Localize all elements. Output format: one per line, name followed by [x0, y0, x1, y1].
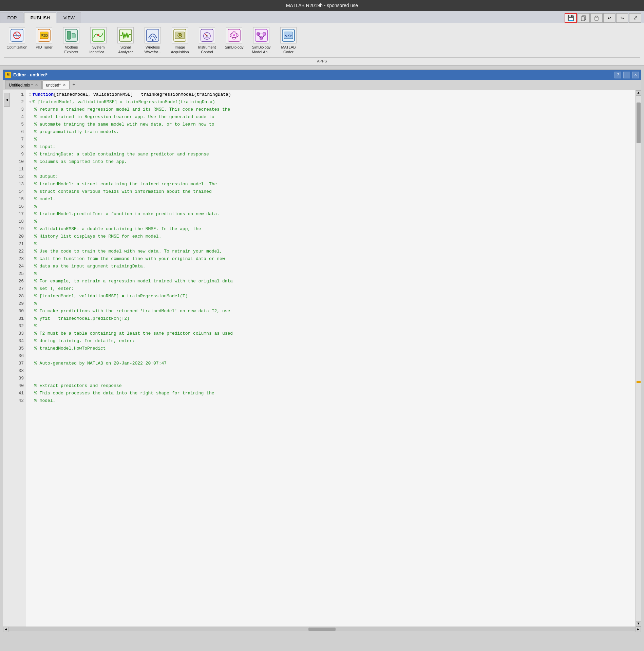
code-line-27[interactable]: % set T, enter: — [29, 285, 636, 293]
code-line-34[interactable]: % during training. For details, enter: — [29, 337, 636, 345]
scroll-right[interactable]: ▶ — [636, 627, 641, 632]
tab-view[interactable]: VIEW — [57, 13, 81, 23]
help-button[interactable]: ? — [614, 72, 621, 78]
app-wireless[interactable]: Wireless Wavefor... — [140, 26, 166, 56]
code-line-42[interactable]: % model. — [29, 397, 636, 405]
app-pid-tuner[interactable]: PID PID Tuner — [31, 26, 57, 51]
scroll-down[interactable]: ▼ — [636, 621, 641, 627]
code-line-29[interactable]: % — [29, 300, 636, 308]
code-line-11[interactable]: % — [29, 166, 636, 173]
code-line-41[interactable]: % This code processes the data into the … — [29, 390, 636, 397]
code-line-37[interactable]: % Auto-generated by MATLAB on 20-Jan-202… — [29, 360, 636, 367]
app-matlab-coder[interactable]: </> MATLAB Coder — [276, 26, 301, 56]
code-line-28[interactable]: % [trainedModel, validationRMSE] = train… — [29, 293, 636, 300]
sysid-icon — [90, 27, 107, 43]
editor-title: Editor - untitled* — [13, 72, 48, 77]
app-signal-analyzer[interactable]: Signal Analyzer — [113, 26, 138, 56]
matlabcoder-label: MATLAB Coder — [276, 45, 301, 55]
svg-rect-13 — [72, 33, 75, 38]
code-line-12[interactable]: % Output: — [29, 173, 636, 181]
code-line-18[interactable]: % — [29, 218, 636, 225]
line-number-20: 20 — [11, 233, 26, 240]
wireless-icon — [145, 27, 161, 43]
code-line-2[interactable]: ⊟% [trainedModel, validationRMSE] = trai… — [29, 98, 636, 106]
app-simbiology-model[interactable]: SimBiology Model An... — [248, 26, 274, 56]
app-system-id[interactable]: System Identifica... — [86, 26, 111, 56]
title-text: MATLAB R2019b - sponsored use — [286, 3, 358, 8]
svg-point-16 — [97, 34, 99, 36]
code-line-5[interactable]: % automate training the same model with … — [29, 121, 636, 128]
collapse-button[interactable]: ◀ — [4, 93, 10, 107]
code-line-16[interactable]: % — [29, 203, 636, 210]
tab-untitled-mlx[interactable]: Untitled.mlx * ✕ — [5, 80, 42, 89]
save-button[interactable]: 💾 — [565, 13, 577, 23]
code-line-14[interactable]: % struct contains various fields with in… — [29, 188, 636, 196]
tab-itor[interactable]: ITOR — [0, 13, 23, 23]
code-line-6[interactable]: % programmatically train models. — [29, 128, 636, 136]
code-line-39[interactable] — [29, 375, 636, 382]
code-content[interactable]: □function [trainedModel, validationRMSE]… — [26, 90, 636, 627]
code-line-40[interactable]: % Extract predictors and response — [29, 382, 636, 390]
code-line-24[interactable]: % data as the input argument trainingDat… — [29, 263, 636, 270]
line-number-29: 29 — [11, 300, 26, 308]
code-line-25[interactable]: % — [29, 270, 636, 278]
imgacq-icon — [172, 27, 188, 43]
hscroll-track[interactable] — [8, 627, 636, 631]
code-line-30[interactable]: % To make predictions with the returned … — [29, 308, 636, 315]
code-line-26[interactable]: % For example, to retrain a regression m… — [29, 278, 636, 285]
code-line-7[interactable]: % — [29, 136, 636, 143]
minimize-button[interactable]: — — [623, 72, 630, 78]
app-modbus[interactable]: Modbus Explorer — [58, 26, 84, 56]
horizontal-scrollbar[interactable]: ◀ ▶ — [3, 627, 641, 632]
code-line-9[interactable]: % trainingData: a table containing the s… — [29, 151, 636, 158]
code-line-36[interactable] — [29, 352, 636, 360]
undo-button[interactable]: ↩ — [603, 13, 615, 23]
hscroll-thumb[interactable] — [308, 628, 336, 631]
code-line-21[interactable]: % — [29, 240, 636, 248]
code-line-23[interactable]: % call the function from the command lin… — [29, 255, 636, 263]
scroll-thumb[interactable] — [637, 103, 641, 143]
tab-untitled[interactable]: untitled* ✕ — [42, 80, 70, 89]
code-line-10[interactable]: % columns as imported into the app. — [29, 158, 636, 166]
code-line-38[interactable] — [29, 367, 636, 375]
code-line-8[interactable]: % Input: — [29, 143, 636, 151]
scroll-up[interactable]: ▲ — [636, 90, 641, 96]
tab-mlx-close[interactable]: ✕ — [35, 83, 38, 87]
code-line-32[interactable]: % — [29, 322, 636, 330]
line-number-33: 33 — [11, 330, 26, 337]
app-instrument[interactable]: Instrument Control — [194, 26, 220, 56]
paste-button[interactable] — [590, 13, 603, 23]
line-number-5: 5 — [11, 121, 26, 128]
code-area[interactable]: ◀ 12345678910111213141516171819202122232… — [3, 90, 641, 627]
tab-add-button[interactable]: + — [70, 81, 78, 89]
code-line-1[interactable]: □function [trainedModel, validationRMSE]… — [29, 91, 636, 98]
app-optimization[interactable]: Optimization — [4, 26, 30, 51]
line-number-37: 37 — [11, 360, 26, 367]
app-image-acq[interactable]: Image Acquisition — [167, 26, 193, 56]
line-number-17: 17 — [11, 210, 26, 218]
code-line-19[interactable]: % validationRMSE: a double containing th… — [29, 225, 636, 233]
tab-untitled-close[interactable]: ✕ — [63, 83, 66, 87]
scroll-left[interactable]: ◀ — [3, 627, 8, 632]
code-line-4[interactable]: % model trained in Regression Learner ap… — [29, 113, 636, 121]
code-line-20[interactable]: % History list displays the RMSE for eac… — [29, 233, 636, 240]
app-simbiology[interactable]: SimBiology — [221, 26, 247, 51]
code-line-17[interactable]: % trainedModel.predictFcn: a function to… — [29, 210, 636, 218]
modbus-label: Modbus Explorer — [59, 45, 83, 55]
code-line-15[interactable]: % model. — [29, 196, 636, 203]
code-line-33[interactable]: % T2 must be a table containing at least… — [29, 330, 636, 337]
code-line-35[interactable]: % trainedModel.HowToPredict — [29, 345, 636, 352]
code-line-13[interactable]: % trainedModel: a struct containing the … — [29, 181, 636, 188]
vertical-scrollbar[interactable]: ▲ ▼ — [636, 90, 641, 627]
line-number-35: 35 — [11, 345, 26, 352]
code-line-22[interactable]: % Use the code to train the model with n… — [29, 248, 636, 255]
line-number-11: 11 — [11, 166, 26, 173]
code-line-31[interactable]: % yfit = trainedModel.predictFcn(T2) — [29, 315, 636, 322]
line-number-10: 10 — [11, 158, 26, 166]
copy-button[interactable] — [577, 13, 590, 23]
expand-button[interactable]: ⤢ — [629, 13, 641, 23]
redo-button[interactable]: ↪ — [616, 13, 628, 23]
code-line-3[interactable]: % returns a trained regression model and… — [29, 106, 636, 113]
close-editor-button[interactable]: ✕ — [632, 72, 639, 78]
tab-publish[interactable]: PUBLISH — [24, 13, 56, 23]
